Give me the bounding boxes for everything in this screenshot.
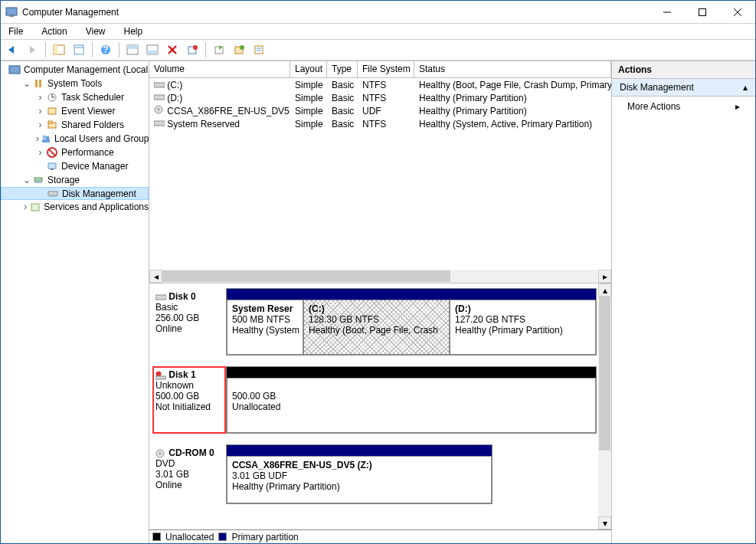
horizontal-scrollbar[interactable]: ◂ ▸ (149, 270, 611, 283)
collapse-icon[interactable]: ⌄ (22, 176, 31, 185)
tree-system-tools[interactable]: ⌄System Tools (1, 77, 149, 90)
svg-rect-3 (699, 8, 706, 15)
back-button[interactable] (4, 41, 21, 58)
volume-fs: NTFS (358, 80, 414, 90)
col-layout[interactable]: Layout (290, 61, 327, 77)
help-button[interactable]: ? (97, 41, 114, 58)
disk-row[interactable]: Disk 0 Basic 256.00 GB Online System Res… (152, 288, 597, 356)
expand-icon[interactable]: › (36, 135, 39, 143)
partition[interactable]: System Reser 500 MB NTFS Healthy (System (227, 300, 303, 355)
view-bottom-button[interactable] (144, 41, 161, 58)
actions-group[interactable]: Disk Management ▴ (612, 79, 755, 97)
expand-icon[interactable]: › (36, 107, 44, 116)
tree-event-viewer[interactable]: ›Event Viewer (1, 104, 149, 118)
partition-status: Healthy (Primary Partition) (232, 481, 486, 492)
partition-size: 127.20 GB NTFS (455, 314, 591, 325)
partition[interactable]: (D:) 127.20 GB NTFS Healthy (Primary Par… (450, 300, 596, 355)
tree-disk-management[interactable]: ›Disk Management (1, 187, 149, 200)
partition[interactable]: CCSA_X86FRE_EN-US_DV5 (Z:) 3.01 GB UDF H… (227, 456, 492, 503)
partition-unallocated[interactable]: 500.00 GB Unallocated (227, 378, 596, 433)
scroll-track[interactable] (598, 297, 611, 516)
legend-label: Primary partition (231, 532, 298, 542)
svg-rect-13 (127, 45, 138, 49)
volume-row[interactable]: CCSA_X86FRE_EN-US_DV5 (Z:) Simple Basic … (149, 104, 611, 117)
scroll-track[interactable] (162, 270, 598, 283)
scroll-up-icon[interactable]: ▴ (598, 283, 611, 297)
menu-view[interactable]: View (81, 25, 110, 38)
expand-icon[interactable]: › (22, 203, 28, 211)
disk-info[interactable]: Disk 0 Basic 256.00 GB Online (152, 288, 226, 356)
col-status[interactable]: Status (414, 61, 611, 77)
disk-type: DVD (155, 458, 175, 469)
expand-icon[interactable]: › (36, 93, 44, 102)
collapse-icon[interactable]: ⌄ (22, 80, 31, 88)
tree-task-scheduler[interactable]: ›Task Scheduler (1, 90, 149, 104)
collapse-icon[interactable]: ▴ (743, 82, 748, 93)
tree-services[interactable]: ›Services and Applications (1, 200, 149, 214)
scroll-down-icon[interactable]: ▾ (598, 516, 611, 529)
svg-rect-34 (48, 121, 52, 123)
col-filesystem[interactable]: File System (358, 61, 414, 77)
col-type[interactable]: Type (327, 61, 358, 77)
disk-info-highlighted[interactable]: Disk 1 Unknown 500.00 GB Not Initialized (152, 366, 226, 434)
svg-rect-28 (39, 80, 41, 87)
app-icon (5, 6, 18, 18)
properties-button[interactable] (70, 41, 87, 58)
forward-button[interactable] (24, 41, 41, 58)
action-icon[interactable] (231, 41, 247, 58)
disk-type: Basic (155, 302, 178, 313)
navigation-tree[interactable]: Computer Management (Local ⌄System Tools… (1, 61, 149, 543)
volume-row[interactable]: System Reserved Simple Basic NTFS Health… (149, 117, 611, 130)
show-hide-tree-button[interactable] (51, 41, 67, 58)
delete-icon[interactable] (164, 41, 181, 58)
disk-row[interactable]: Disk 1 Unknown 500.00 GB Not Initialized… (152, 366, 597, 434)
disk-size: 500.00 GB (155, 391, 199, 401)
disk-error-icon (155, 371, 166, 380)
svg-line-39 (49, 149, 55, 156)
settings-icon[interactable] (184, 41, 201, 58)
scroll-thumb[interactable] (162, 270, 450, 282)
refresh-icon[interactable] (211, 41, 227, 58)
disc-icon (154, 105, 165, 114)
actions-more[interactable]: More Actions ▸ (612, 97, 755, 116)
menu-bar: File Action View Help (1, 24, 755, 39)
scroll-thumb[interactable] (599, 297, 610, 451)
tree-performance[interactable]: ›Performance (1, 146, 149, 159)
menu-help[interactable]: Help (119, 25, 148, 38)
menu-file[interactable]: File (4, 25, 28, 38)
disk-info[interactable]: CD-ROM 0 DVD 3.01 GB Online (152, 444, 226, 504)
svg-rect-45 (49, 195, 57, 197)
volume-row[interactable]: (D:) Simple Basic NTFS Healthy (Primary … (149, 91, 611, 104)
tree-label: Event Viewer (61, 106, 115, 116)
expand-icon[interactable]: › (36, 149, 44, 157)
drive-icon (154, 120, 165, 127)
col-volume[interactable]: Volume (149, 61, 290, 77)
scroll-right-icon[interactable]: ▸ (598, 270, 611, 283)
tree-root[interactable]: Computer Management (Local (1, 63, 149, 77)
view-top-button[interactable] (124, 41, 141, 58)
scroll-left-icon[interactable]: ◂ (149, 270, 162, 283)
svg-rect-48 (154, 95, 165, 100)
tree-device-manager[interactable]: ›Device Manager (1, 159, 149, 173)
volume-status: Healthy (System, Active, Primary Partiti… (414, 119, 611, 129)
list-icon[interactable] (250, 41, 267, 58)
disk-row[interactable]: CD-ROM 0 DVD 3.01 GB Online CCSA_X86FRE_… (152, 444, 597, 504)
volume-row[interactable]: (C:) Simple Basic NTFS Healthy (Boot, Pa… (149, 78, 611, 91)
menu-action[interactable]: Action (37, 25, 71, 38)
tree-storage[interactable]: ⌄Storage (1, 173, 149, 187)
disk-title: Disk 1 (169, 369, 195, 380)
tree-local-users[interactable]: ›Local Users and Groups (1, 132, 149, 146)
close-button[interactable] (720, 2, 755, 23)
expand-icon[interactable]: › (36, 121, 44, 129)
tree-label: Performance (61, 147, 114, 158)
title-bar: Computer Management (1, 1, 755, 24)
tree-label: Device Manager (61, 161, 128, 172)
volume-fs: NTFS (358, 119, 414, 129)
volume-layout: Simple (290, 93, 327, 103)
partition-selected[interactable]: (C:) 128.30 GB NTFS Healthy (Boot, Page … (303, 300, 450, 355)
volume-list[interactable]: (C:) Simple Basic NTFS Healthy (Boot, Pa… (149, 78, 611, 270)
minimize-button[interactable] (650, 2, 685, 23)
vertical-scrollbar[interactable]: ▴ ▾ (598, 283, 611, 529)
tree-shared-folders[interactable]: ›Shared Folders (1, 118, 149, 132)
maximize-button[interactable] (685, 2, 720, 23)
